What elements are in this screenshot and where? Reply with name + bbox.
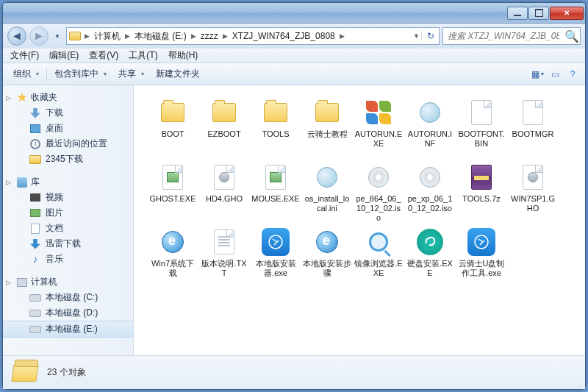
file-label: 云骑士教程: [306, 129, 349, 139]
file-icon: [517, 162, 548, 193]
file-label: TOOLS.7z: [461, 194, 502, 204]
search-input[interactable]: [443, 31, 564, 41]
sidebar-item-pictures[interactable]: 图片: [3, 205, 133, 221]
file-item[interactable]: WIN7SP1.GHO: [507, 160, 559, 224]
menu-tools[interactable]: 工具(T): [124, 49, 162, 63]
file-item[interactable]: pe_864_06_10_12_02.iso: [353, 160, 404, 224]
file-icon: [157, 162, 188, 193]
favorites-header[interactable]: ▷收藏夹: [3, 90, 133, 105]
file-item[interactable]: BOOT: [147, 96, 198, 159]
file-item[interactable]: 版本说明.TXT: [198, 225, 250, 288]
breadcrumb-sep: ▶: [83, 32, 91, 40]
file-item[interactable]: pe_xp_06_10_12_02.iso: [404, 160, 456, 224]
status-count: 23 个对象: [47, 366, 86, 379]
file-label: AUTORUN.INF: [404, 129, 456, 149]
breadcrumb-item-drive[interactable]: 本地磁盘 (E:): [132, 30, 190, 43]
file-icon: [312, 97, 343, 128]
breadcrumb-item-folder1[interactable]: zzzz: [198, 31, 221, 41]
history-dropdown[interactable]: ▼: [51, 29, 63, 43]
sidebar-item-xunlei[interactable]: 迅雷下载: [3, 236, 133, 252]
toolbar: 组织 包含到库中 共享 新建文件夹 ▦▾ ▭ ?: [3, 63, 585, 85]
file-label: BOOTMGR: [511, 129, 556, 139]
include-library-button[interactable]: 包含到库中: [49, 65, 112, 82]
file-item[interactable]: GHOST.EXE: [147, 160, 198, 224]
maximize-button[interactable]: [528, 7, 549, 20]
sidebar-item-documents[interactable]: 文档: [3, 221, 133, 236]
minimize-button[interactable]: [507, 7, 528, 20]
search-box[interactable]: 🔍: [442, 27, 581, 45]
content-area: ▷收藏夹 下载 桌面 最近访问的位置 2345下载 ▷库 视频 图片 文档 迅雷…: [3, 85, 585, 355]
file-label: 硬盘安装.EXE: [404, 259, 456, 278]
sidebar-item-desktop[interactable]: 桌面: [3, 121, 133, 136]
view-options-button[interactable]: ▦▾: [529, 66, 545, 82]
file-item[interactable]: os_install_local.ini: [301, 160, 353, 224]
breadcrumb-sep: ▶: [221, 32, 229, 40]
help-button[interactable]: ?: [564, 66, 581, 82]
sidebar-item-drive-c[interactable]: 本地磁盘 (C:): [3, 290, 133, 305]
file-item[interactable]: MOUSE.EXE: [250, 160, 301, 224]
svg-point-0: [269, 235, 282, 249]
file-item[interactable]: 云骑士U盘制作工具.exe: [456, 225, 507, 288]
menu-edit[interactable]: 编辑(E): [45, 49, 83, 63]
file-item[interactable]: TOOLS: [250, 96, 301, 159]
share-button[interactable]: 共享: [112, 65, 150, 82]
search-icon[interactable]: 🔍: [564, 29, 580, 43]
file-label: pe_xp_06_10_12_02.iso: [404, 194, 456, 213]
libraries-header[interactable]: ▷库: [3, 174, 133, 190]
file-item[interactable]: BOOTFONT.BIN: [456, 96, 507, 159]
close-button[interactable]: [550, 7, 584, 20]
file-item[interactable]: 硬盘安装.EXE: [404, 225, 456, 288]
file-item[interactable]: BOOTMGR: [507, 96, 559, 159]
file-icon: [157, 97, 188, 128]
breadcrumb-item-folder2[interactable]: XTZJ_WIN764_ZJB_0808: [229, 31, 338, 41]
breadcrumb-sep: ▶: [338, 32, 346, 40]
file-item[interactable]: TOOLS.7z: [456, 160, 507, 224]
sidebar-item-recent[interactable]: 最近访问的位置: [3, 136, 133, 152]
menu-bar: 文件(F) 编辑(E) 查看(V) 工具(T) 帮助(H): [3, 49, 585, 63]
file-icon: [415, 97, 445, 128]
file-item[interactable]: 本地版安装步骤: [301, 225, 353, 288]
file-label: BOOTFONT.BIN: [456, 129, 507, 149]
file-list-pane[interactable]: BOOTEZBOOTTOOLS云骑士教程AUTORUN.EXEAUTORUN.I…: [134, 85, 585, 355]
file-item[interactable]: 云骑士教程: [301, 96, 353, 159]
breadcrumb-bar[interactable]: ▶ 计算机 ▶ 本地磁盘 (E:) ▶ zzzz ▶ XTZJ_WIN764_Z…: [66, 27, 440, 45]
breadcrumb-dropdown[interactable]: ▼: [412, 32, 421, 40]
computer-label: 计算机: [31, 276, 57, 288]
back-button[interactable]: ◄: [7, 26, 26, 46]
file-label: 本地版安装步骤: [301, 259, 353, 278]
refresh-button[interactable]: ↻: [421, 31, 439, 41]
file-item[interactable]: 本地版安装器.exe: [250, 225, 301, 288]
file-label: 本地版安装器.exe: [250, 259, 301, 278]
sidebar-item-downloads[interactable]: 下载: [3, 105, 133, 121]
file-item[interactable]: AUTORUN.EXE: [353, 96, 404, 159]
file-item[interactable]: HD4.GHO: [198, 160, 250, 224]
sidebar-item-music[interactable]: ♪音乐: [3, 252, 133, 267]
file-item[interactable]: Win7系统下载: [147, 225, 198, 288]
forward-button[interactable]: ►: [29, 26, 49, 46]
file-icon: [312, 162, 343, 193]
new-folder-button[interactable]: 新建文件夹: [150, 65, 206, 82]
file-item[interactable]: AUTORUN.INF: [404, 96, 456, 159]
file-icon: [260, 227, 291, 257]
file-label: BOOT: [159, 129, 185, 139]
file-icon: [363, 97, 394, 128]
menu-view[interactable]: 查看(V): [85, 49, 123, 63]
computer-header[interactable]: ▷计算机: [3, 274, 133, 290]
sidebar-item-drive-e[interactable]: 本地磁盘 (E:): [3, 321, 133, 338]
status-folder-icon: [12, 360, 38, 386]
menu-file[interactable]: 文件(F): [6, 49, 43, 63]
preview-pane-button[interactable]: ▭: [547, 66, 563, 82]
breadcrumb-item-computer[interactable]: 计算机: [91, 30, 123, 43]
sidebar-item-drive-d[interactable]: 本地磁盘 (D:): [3, 305, 133, 321]
file-item[interactable]: EZBOOT: [198, 96, 250, 159]
file-item[interactable]: 镜像浏览器.EXE: [353, 225, 404, 288]
file-icon: [363, 162, 394, 193]
menu-help[interactable]: 帮助(H): [164, 49, 203, 63]
file-label: MOUSE.EXE: [250, 194, 301, 204]
status-bar: 23 个对象: [3, 355, 585, 389]
organize-button[interactable]: 组织: [7, 65, 45, 82]
sidebar-item-2345[interactable]: 2345下载: [3, 152, 133, 167]
navigation-pane: ▷收藏夹 下载 桌面 最近访问的位置 2345下载 ▷库 视频 图片 文档 迅雷…: [3, 85, 134, 355]
sidebar-item-videos[interactable]: 视频: [3, 190, 133, 205]
libraries-group: ▷库 视频 图片 文档 迅雷下载 ♪音乐: [3, 174, 133, 267]
